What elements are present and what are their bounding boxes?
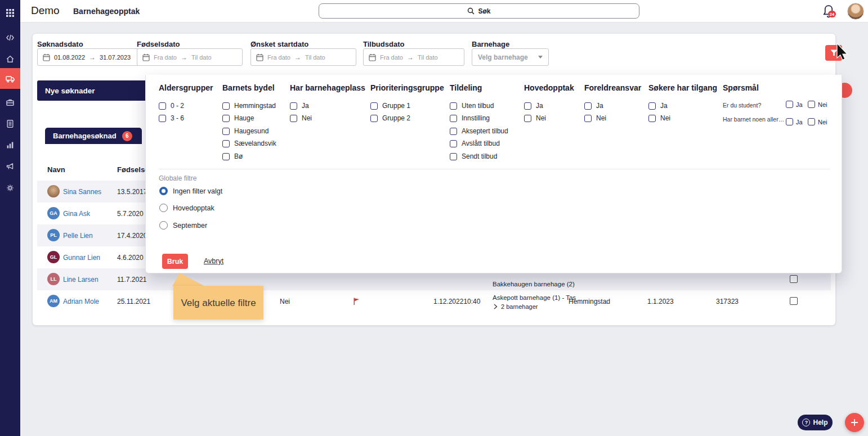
global-filter-radio-none[interactable]: Ingen filter valgt bbox=[159, 187, 222, 195]
filter-group-title: Spørsmål bbox=[723, 83, 759, 92]
filter-option[interactable]: Hemmingstad bbox=[222, 102, 276, 110]
radio-icon bbox=[159, 221, 168, 230]
home-icon bbox=[6, 55, 15, 64]
filter-option[interactable]: Haugesund bbox=[222, 127, 269, 135]
checkbox-icon bbox=[524, 115, 531, 122]
filter-option[interactable]: Innstilling bbox=[450, 114, 490, 122]
barnehage-select[interactable]: Velg barnehage bbox=[472, 48, 549, 66]
calendar-icon bbox=[43, 53, 50, 61]
filter-option[interactable]: Ja bbox=[584, 102, 603, 110]
nav-settings[interactable] bbox=[0, 179, 20, 196]
add-button[interactable] bbox=[845, 413, 864, 432]
filter-option[interactable]: Bø bbox=[222, 152, 243, 160]
applicant-name-link[interactable]: Sina Sannes bbox=[63, 188, 101, 196]
filter-option[interactable]: Gruppe 1 bbox=[370, 102, 410, 110]
filter-option[interactable]: Nei bbox=[648, 114, 670, 122]
checkbox-icon bbox=[648, 115, 656, 122]
filter-option[interactable]: Uten tilbud bbox=[450, 102, 494, 110]
filter-option[interactable]: Avslått tilbud bbox=[450, 140, 500, 147]
nav-documents[interactable] bbox=[0, 115, 20, 132]
screen: Demo Barnehageopptak Søk 24 Søknadsdato … bbox=[0, 0, 868, 436]
filter-option[interactable]: Nei bbox=[524, 114, 546, 122]
checkbox-icon bbox=[290, 102, 297, 110]
applicant-name-link[interactable]: Gunnar Lien bbox=[63, 254, 100, 262]
checkbox-icon bbox=[584, 102, 592, 110]
checkbox-icon bbox=[808, 101, 815, 108]
checkbox-icon bbox=[370, 102, 378, 110]
har-plass-cell: Nei bbox=[280, 298, 290, 305]
applicant-name-link[interactable]: Pelle Lien bbox=[63, 232, 93, 240]
tab-barnehagesoknad[interactable]: Barnehagesøknad 6 bbox=[45, 128, 142, 144]
barnehage-link[interactable]: Bakkehaugen barnehage (2) bbox=[493, 281, 575, 287]
filter-option[interactable]: 3 - 6 bbox=[159, 114, 184, 122]
barnehage-antall-cell[interactable]: 2 barnehager bbox=[501, 303, 538, 310]
checkbox-icon bbox=[222, 140, 230, 147]
global-filter-radio-hovedopptak[interactable]: Hovedopptak bbox=[159, 204, 214, 212]
applicant-name-link[interactable]: Gina Ask bbox=[63, 210, 90, 218]
applicant-name-link[interactable]: Adrian Mole bbox=[63, 298, 99, 305]
arrow-right-icon: → bbox=[294, 53, 301, 61]
date-from-placeholder: Fra dato bbox=[380, 54, 403, 61]
question-yes-option[interactable]: Ja bbox=[786, 118, 803, 125]
soknadsnummer-cell: 317323 bbox=[716, 298, 739, 305]
tilbudsdato-range-input[interactable]: Fra dato → Til dato bbox=[363, 48, 464, 66]
filter-option[interactable]: Ja bbox=[290, 102, 309, 110]
checkbox-icon bbox=[159, 102, 166, 110]
checkbox-icon bbox=[584, 115, 592, 122]
field-label-soknadsdato: Søknadsdato bbox=[37, 40, 83, 48]
filter-option[interactable]: Ja bbox=[648, 102, 668, 110]
filter-option[interactable]: Hauge bbox=[222, 114, 254, 122]
date-from-value: 01.08.2022 bbox=[54, 54, 85, 61]
table-row[interactable]: AM Adrian Mole 25.11.2021 Nei 1.12.20221… bbox=[37, 290, 831, 312]
question-no-option[interactable]: Nei bbox=[808, 118, 827, 125]
fodselsdato-range-input[interactable]: Fra dato → Til dato bbox=[137, 48, 243, 66]
search-input[interactable]: Søk bbox=[319, 3, 639, 19]
nav-apps[interactable] bbox=[0, 5, 20, 21]
nav-statistics[interactable] bbox=[0, 137, 20, 154]
search-label: Søk bbox=[478, 7, 490, 15]
filter-group-title: Foreldreansvar bbox=[584, 83, 641, 92]
field-label-barnehage: Barnehage bbox=[472, 40, 509, 48]
filter-option[interactable]: Akseptert tilbud bbox=[450, 127, 508, 135]
nav-announcements[interactable] bbox=[0, 158, 20, 175]
checkbox-icon bbox=[370, 115, 378, 122]
user-avatar[interactable] bbox=[847, 3, 864, 20]
date-from-placeholder: Fra dato bbox=[267, 54, 290, 61]
filter-option[interactable]: Ja bbox=[524, 102, 543, 110]
chart-icon bbox=[6, 141, 15, 150]
help-button[interactable]: ? Help bbox=[798, 415, 833, 430]
checkbox-icon bbox=[222, 102, 230, 110]
barnehage-select-value: Velg barnehage bbox=[478, 53, 528, 61]
question-yes-option[interactable]: Ja bbox=[786, 101, 803, 108]
chevron-right-icon[interactable] bbox=[494, 304, 498, 309]
plus-icon bbox=[851, 419, 858, 426]
cancel-link[interactable]: Avbryt bbox=[204, 257, 223, 265]
filter-option[interactable]: 0 - 2 bbox=[159, 102, 184, 110]
radio-icon bbox=[159, 204, 168, 212]
question-no-option[interactable]: Nei bbox=[808, 101, 827, 108]
org-logo: Demo bbox=[31, 5, 60, 17]
checkbox-icon bbox=[450, 102, 457, 110]
row-checkbox[interactable] bbox=[790, 297, 798, 305]
soknadsdato-range-input[interactable]: 01.08.2022 → 31.07.2023 bbox=[37, 48, 141, 66]
nav-admissions-active[interactable] bbox=[0, 68, 20, 89]
row-checkbox[interactable] bbox=[790, 275, 798, 283]
filter-button[interactable] bbox=[825, 45, 842, 61]
filter-option[interactable]: Sendt tilbud bbox=[450, 152, 497, 160]
apply-button[interactable]: Bruk bbox=[162, 254, 188, 269]
nav-home[interactable] bbox=[0, 51, 20, 68]
onsket-startdato-range-input[interactable]: Fra dato → Til dato bbox=[250, 48, 356, 66]
date-to-placeholder: Til dato bbox=[191, 54, 212, 61]
filter-option[interactable]: Sævelandsvik bbox=[222, 140, 276, 147]
avatar: AM bbox=[47, 295, 60, 307]
filter-option[interactable]: Gruppe 2 bbox=[370, 114, 410, 122]
nav-cases[interactable] bbox=[0, 94, 20, 111]
nav-code[interactable] bbox=[0, 29, 20, 46]
column-header-navn: Navn bbox=[47, 165, 65, 174]
filter-option[interactable]: Nei bbox=[584, 114, 606, 122]
applicant-name-link[interactable]: Line Larsen bbox=[63, 276, 99, 284]
filter-option[interactable]: Nei bbox=[290, 114, 312, 122]
search-icon bbox=[467, 7, 475, 15]
global-filter-radio-september[interactable]: September bbox=[159, 221, 207, 230]
code-icon bbox=[6, 33, 15, 42]
